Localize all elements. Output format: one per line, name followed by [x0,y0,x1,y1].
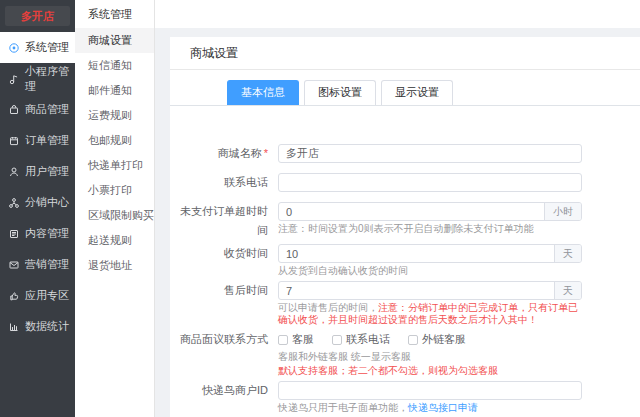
contact-method-label: 商品面议联系方式 [175,330,268,377]
kdniao-id-input-wrap [278,381,582,400]
primary-sidebar: 多开店 系统管理 小程序管理 商品管理 订单管理 [0,0,75,417]
secondary-sidebar: 系统管理 商城设置 短信通知 邮件通知 运费规则 包邮规则 快递单打印 小票打印… [75,0,155,417]
form-row-aftersale-time: 售后时间 天 可以申请售后的时间，注意：分销订单中的已完成订单，只有订单已确认收… [175,281,640,326]
tab-display-settings[interactable]: 显示设置 [381,80,453,105]
contact-method-note: 客服和外链客服 统一显示客服 [278,351,498,363]
tab-icon-settings[interactable]: 图标设置 [304,80,376,105]
submenu-item-freight-rules[interactable]: 运费规则 [75,103,154,128]
form-row-contact-phone: 联系电话 [175,173,640,192]
contact-phone-input[interactable] [279,174,581,191]
aftersale-time-note: 可以申请售后的时间，注意：分销订单中的已完成订单，只有订单已确认收货，并且时间超… [278,302,582,326]
sidebar-item-label: 系统管理 [25,40,69,55]
required-mark: * [264,147,268,159]
checkbox-external-service[interactable]: 外链客服 [408,332,466,347]
unit-hours-addon: 小时 [544,203,581,220]
unpaid-timeout-note: 注意：时间设置为0则表示不开启自动删除未支付订单功能 [278,223,582,235]
content-doc-icon [8,228,20,240]
unit-days-addon: 天 [554,245,581,262]
settings-card: 商城设置 基本信息 图标设置 显示设置 商城名称* [170,37,640,417]
shop-name-input-wrap [278,144,582,163]
submenu-item-shop-settings[interactable]: 商城设置 [75,28,154,53]
checkbox-contact-phone[interactable]: 联系电话 [332,332,390,347]
orders-calendar-icon [8,135,20,147]
sidebar-item-label: 订单管理 [25,133,69,148]
contact-method-checkbox-group: 客服 联系电话 外链客服 [278,330,498,349]
app-window: 多开店 系统管理 小程序管理 商品管理 订单管理 [0,0,640,417]
aftersale-time-input-wrap: 天 [278,281,582,300]
sidebar-item-label: 商品管理 [25,102,69,117]
sidebar-item-marketing[interactable]: 营销管理 [0,249,75,280]
sidebar-item-apps[interactable]: 应用专区 [0,280,75,311]
distribution-org-icon [8,197,20,209]
form-row-receive-time: 收货时间 天 从发货到自动确认收货的时间 [175,244,640,277]
kdniao-apply-link[interactable]: 快递鸟接口申请 [408,402,478,413]
sidebar-item-system[interactable]: 系统管理 [0,32,75,63]
shop-settings-form: 商城名称* 联系电话 [175,144,640,417]
logo-wrap: 多开店 [0,0,75,32]
top-bar [155,0,640,28]
sidebar-item-label: 应用专区 [25,288,69,303]
submenu-item-mail-notice[interactable]: 邮件通知 [75,78,154,103]
contact-method-warning: 默认支持客服；若二个都不勾选，则视为勾选客服 [278,365,498,377]
checkbox-customer-service[interactable]: 客服 [278,332,314,347]
main-area: 商城设置 基本信息 图标设置 显示设置 商城名称* [155,0,640,417]
checkbox-icon [278,335,288,345]
goods-bag-icon [8,104,20,116]
sidebar-item-label: 用户管理 [25,164,69,179]
submenu-item-min-delivery-rules[interactable]: 起送规则 [75,228,154,253]
unpaid-timeout-label: 未支付订单超时时间 [175,202,268,240]
sidebar-item-label: 营销管理 [25,257,69,272]
submenu-item-return-address[interactable]: 退货地址 [75,253,154,278]
sidebar-item-content[interactable]: 内容管理 [0,218,75,249]
submenu-item-receipt-print[interactable]: 小票打印 [75,178,154,203]
kdniao-id-label: 快递鸟商户ID [175,381,268,414]
sidebar-item-label: 内容管理 [25,226,69,241]
sidebar-item-label: 小程序管理 [25,64,75,94]
marketing-envelope-icon [8,259,20,271]
sidebar-item-miniprogram[interactable]: 小程序管理 [0,63,75,94]
checkbox-icon [332,335,342,345]
kdniao-id-input[interactable] [279,382,581,399]
miniprogram-icon [8,73,20,85]
sidebar-item-distribution[interactable]: 分销中心 [0,187,75,218]
system-management-icon [8,42,20,54]
submenu-item-express-print[interactable]: 快递单打印 [75,153,154,178]
aftersale-time-input[interactable] [279,282,554,299]
receive-time-input-wrap: 天 [278,244,582,263]
kdniao-note: 快递鸟只用于电子面单功能，快递鸟接口申请 [278,402,582,414]
sidebar-item-label: 数据统计 [25,319,69,334]
tab-bar: 基本信息 图标设置 显示设置 [170,80,640,106]
shop-name-input[interactable] [279,145,581,162]
receive-time-note: 从发货到自动确认收货的时间 [278,265,582,277]
submenu-item-sms-notice[interactable]: 短信通知 [75,53,154,78]
unit-days-addon: 天 [554,282,581,299]
form-row-shop-name: 商城名称* [175,144,640,163]
aftersale-time-label: 售后时间 [175,281,268,326]
contact-phone-label: 联系电话 [175,173,268,192]
receive-time-input[interactable] [279,245,554,262]
tab-basic-info[interactable]: 基本信息 [227,80,299,105]
checkbox-icon [408,335,418,345]
page-title: 商城设置 [170,37,640,70]
shop-name-label: 商城名称* [175,144,268,163]
user-icon [8,166,20,178]
contact-phone-input-wrap [278,173,582,192]
apps-thumb-icon [8,290,20,302]
sidebar-item-users[interactable]: 用户管理 [0,156,75,187]
unpaid-timeout-input-wrap: 小时 [278,202,582,221]
sidebar-item-label: 分销中心 [25,195,69,210]
submenu-header: 系统管理 [75,0,154,28]
sidebar-item-orders[interactable]: 订单管理 [0,125,75,156]
stats-chart-icon [8,321,20,333]
form-row-contact-method: 商品面议联系方式 客服 联系电话 外链客服 客服和外链客服 统一显示客服 默认支… [175,330,640,377]
sidebar-item-goods[interactable]: 商品管理 [0,94,75,125]
submenu-item-region-restrict[interactable]: 区域限制购买 [75,203,154,228]
unpaid-timeout-input[interactable] [279,203,544,220]
app-logo[interactable]: 多开店 [5,6,70,26]
form-row-unpaid-timeout: 未支付订单超时时间 小时 注意：时间设置为0则表示不开启自动删除未支付订单功能 [175,202,640,240]
form-row-kdniao-id: 快递鸟商户ID 快递鸟只用于电子面单功能，快递鸟接口申请 [175,381,640,414]
sidebar-item-stats[interactable]: 数据统计 [0,311,75,342]
receive-time-label: 收货时间 [175,244,268,277]
submenu-item-free-shipping-rules[interactable]: 包邮规则 [75,128,154,153]
